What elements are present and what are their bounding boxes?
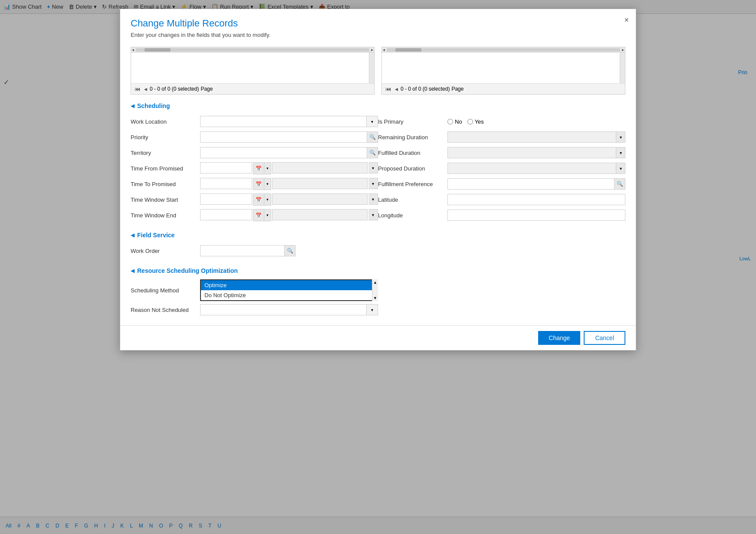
paging-prev-btn-left[interactable]: ◂ [143,85,148,92]
modal-close-button[interactable]: × [624,16,629,24]
work-location-arrow[interactable]: ▾ [367,116,378,127]
territory-lookup-btn[interactable]: 🔍 [367,147,378,158]
time-window-start-date[interactable] [200,193,252,205]
work-location-dropdown[interactable]: ▾ [200,116,378,127]
latitude-input[interactable] [447,194,625,205]
paging-hscroll-left[interactable]: ◂ ▸ [131,47,374,52]
paging-hscroll-right[interactable]: ◂ ▸ [382,47,625,52]
remaining-duration-input[interactable] [447,131,616,143]
fulfilled-duration-row: Fulfilled Duration ▾ [378,146,625,160]
time-window-start-time[interactable] [272,193,368,205]
is-primary-yes-option[interactable]: Yes [467,118,484,125]
cancel-button[interactable]: Cancel [584,331,625,345]
paging-section: ◂ ▸ ⏮ ◂ 0 - 0 of 0 (0 selected) Page [131,47,625,95]
is-primary-no-option[interactable]: No [447,118,462,125]
time-window-end-cal-arrow[interactable]: ▾ [264,210,271,221]
priority-control: 🔍 [200,131,378,143]
time-window-start-cal-arrow[interactable]: ▾ [264,194,271,205]
hscroll-right-track[interactable] [387,48,620,52]
change-button[interactable]: Change [538,331,580,345]
time-from-promised-date[interactable] [200,162,252,174]
time-window-start-time-arrow[interactable]: ▾ [368,193,378,205]
priority-lookup-btn[interactable]: 🔍 [367,131,378,143]
listbox-scroll-up[interactable]: ▲ [372,279,378,285]
time-window-start-cal-icon[interactable]: 📅 [253,194,264,205]
is-primary-no-radio[interactable] [447,119,453,124]
work-location-control: ▾ [200,116,378,127]
paging-first-btn-left[interactable]: ⏮ [134,85,141,92]
work-order-lookup-btn[interactable]: 🔍 [284,245,296,256]
fulfillment-preference-lookup-btn[interactable]: 🔍 [614,178,625,190]
work-order-input[interactable] [200,245,284,256]
rso-form-grid: Scheduling Method Optimize Do Not Optimi… [131,279,625,318]
hscroll-left-arrow-r[interactable]: ◂ [383,47,385,52]
time-from-promised-time[interactable] [272,162,368,174]
rso-section-title: Resource Scheduling Optimization [137,267,238,274]
time-to-time-arrow[interactable]: ▾ [368,178,378,189]
fulfilled-duration-input[interactable] [447,147,616,158]
scheduling-right-col: Is Primary No Yes [378,115,625,224]
territory-input[interactable] [200,147,367,158]
work-order-label: Work Order [131,248,200,254]
listbox-scroll-down[interactable]: ▼ [372,295,378,301]
priority-lookup-icon: 🔍 [369,134,376,140]
modal-overlay: Change Multiple Records Enter your chang… [0,0,756,534]
hscroll-left-arrow[interactable]: ◂ [132,47,134,52]
time-to-promised-time[interactable] [272,178,368,189]
latitude-control [447,194,625,205]
vscroll-right[interactable] [620,52,625,83]
fulfillment-preference-input[interactable] [447,178,614,190]
listbox-item-do-not-optimize[interactable]: Do Not Optimize [201,290,377,300]
work-location-row: Work Location ▾ [131,115,378,128]
time-window-end-time-arrow[interactable]: ▾ [368,209,378,220]
work-order-lookup[interactable]: 🔍 [200,245,296,256]
time-window-end-time[interactable] [272,209,368,220]
scheduling-collapse-icon[interactable]: ◀ [131,103,135,109]
is-primary-radio-group: No Yes [447,118,484,125]
modal-footer: Change Cancel [120,325,636,350]
paging-prev-btn-right[interactable]: ◂ [394,85,399,92]
time-window-end-cal-icon[interactable]: 📅 [253,210,264,221]
listbox-scrollbar[interactable]: ▲ ▼ [372,279,378,301]
priority-lookup[interactable]: 🔍 [200,131,378,143]
time-from-cal-icon[interactable]: 📅 [253,163,264,174]
scheduling-method-listbox[interactable]: Optimize Do Not Optimize ▲ ▼ [200,279,378,301]
time-from-cal-arrow[interactable]: ▾ [264,163,271,174]
time-to-promised-date[interactable] [200,178,252,189]
listbox-item-optimize[interactable]: Optimize [201,280,377,290]
hscroll-left-track[interactable] [136,48,369,52]
time-window-end-date[interactable] [200,209,252,220]
scheduling-section-title: Scheduling [137,102,170,109]
longitude-input[interactable] [447,210,625,221]
time-to-cal-arrow[interactable]: ▾ [264,178,271,190]
time-from-time-arrow[interactable]: ▾ [368,162,378,174]
fulfilled-duration-arrow[interactable]: ▾ [616,147,625,158]
reason-not-scheduled-dropdown[interactable]: ▾ [200,304,378,315]
paging-first-btn-right[interactable]: ⏮ [385,85,392,92]
field-service-form-grid: Work Order 🔍 [131,244,625,259]
hscroll-right-arrow-r[interactable]: ▸ [622,47,624,52]
proposed-duration-input[interactable] [447,163,616,174]
is-primary-yes-radio[interactable] [467,119,473,124]
priority-input[interactable] [200,131,367,143]
rso-collapse-icon[interactable]: ◀ [131,268,135,274]
field-service-section-title: Field Service [137,232,174,239]
work-location-select[interactable] [200,116,367,127]
time-to-cal-icon[interactable]: 📅 [253,178,264,190]
proposed-duration-arrow[interactable]: ▾ [616,163,625,174]
proposed-duration-row: Proposed Duration ▾ [378,161,625,175]
time-window-end-datetime: 📅 ▾ ▾ [200,209,378,221]
reason-not-scheduled-select[interactable] [200,304,367,315]
is-primary-no-label: No [455,118,462,125]
fulfillment-preference-lookup[interactable]: 🔍 [447,178,625,190]
field-service-section-header: ◀ Field Service [131,232,625,239]
territory-lookup[interactable]: 🔍 [200,147,378,158]
hscroll-right-arrow[interactable]: ▸ [371,47,373,52]
time-to-promised-row: Time To Promised 📅 ▾ ▾ [131,177,378,191]
remaining-duration-arrow[interactable]: ▾ [616,131,625,143]
field-service-collapse-icon[interactable]: ◀ [131,232,135,238]
vscroll-left[interactable] [369,52,374,83]
time-to-promised-label: Time To Promised [131,181,200,187]
reason-not-scheduled-arrow[interactable]: ▾ [367,304,378,315]
modal-title: Change Multiple Records [131,18,625,29]
